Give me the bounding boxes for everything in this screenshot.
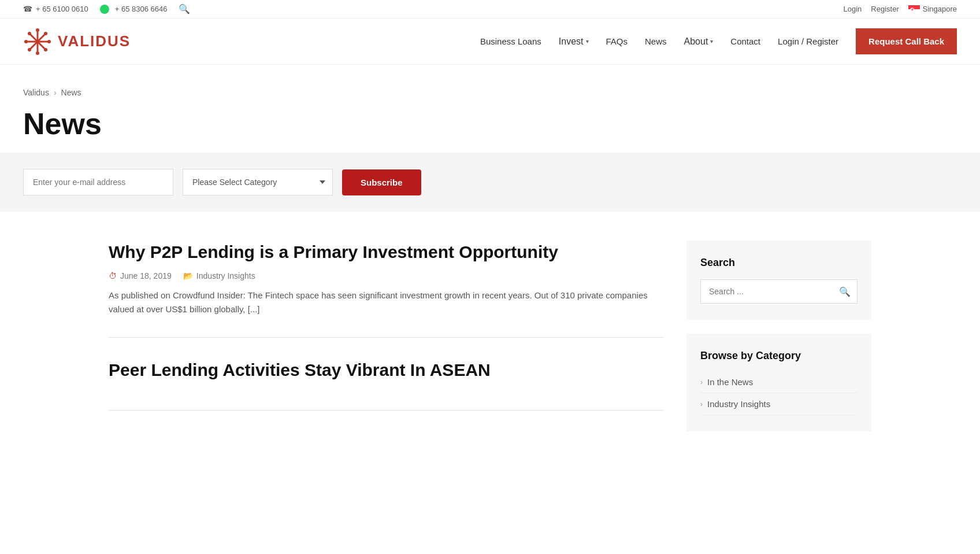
folder-icon: 📂 <box>183 271 193 280</box>
request-callback-button[interactable]: Request Call Back <box>856 28 957 54</box>
sidebar-category-section: Browse by Category › In the News › Indus… <box>686 334 871 431</box>
nav-invest[interactable]: Invest ▾ <box>559 36 589 47</box>
subscribe-bar: Please Select Category In the News Indus… <box>0 153 980 212</box>
articles-column: Why P2P Lending is a Primary Investment … <box>109 241 663 445</box>
country-selector[interactable]: ★ ★ ★ ★ ★ Singapore <box>908 5 957 13</box>
navbar: VALIDUS Business Loans Invest ▾ FAQs New… <box>0 19 980 65</box>
phone2-contact[interactable]: + 65 8306 6646 <box>100 5 168 14</box>
nav-faqs[interactable]: FAQs <box>606 36 628 46</box>
top-bar: ☎ + 65 6100 0610 + 65 8306 6646 🔍 Login … <box>0 0 980 19</box>
nav-login-register[interactable]: Login / Register <box>778 36 838 46</box>
article-title[interactable]: Why P2P Lending is a Primary Investment … <box>109 241 663 263</box>
category-item-industry-insights[interactable]: › Industry Insights <box>700 393 858 415</box>
browse-category-title: Browse by Category <box>700 350 858 362</box>
subscribe-button[interactable]: Subscribe <box>342 169 421 195</box>
phone2-number: + 65 8306 6646 <box>115 5 168 13</box>
svg-point-15 <box>24 40 28 43</box>
article-excerpt: As published on Crowdfund Insider: The F… <box>109 289 663 316</box>
svg-point-17 <box>28 32 31 35</box>
phone1-number: + 65 6100 0610 <box>36 5 88 13</box>
article-category[interactable]: 📂 Industry Insights <box>183 271 255 280</box>
search-icon: 🔍 <box>839 286 851 297</box>
nav-business-loans[interactable]: Business Loans <box>480 36 541 46</box>
logo-text: VALIDUS <box>58 32 131 50</box>
article-item: Why P2P Lending is a Primary Investment … <box>109 241 663 338</box>
svg-point-14 <box>36 51 39 55</box>
svg-point-19 <box>44 32 47 35</box>
subscribe-category-select[interactable]: Please Select Category In the News Indus… <box>183 169 333 195</box>
register-link[interactable]: Register <box>871 5 899 13</box>
nav-contact[interactable]: Contact <box>730 36 760 46</box>
nav-about[interactable]: About ▾ <box>684 36 714 47</box>
logo-icon <box>23 27 52 56</box>
phone1-contact[interactable]: ☎ + 65 6100 0610 <box>23 5 88 13</box>
breadcrumb: Validus › News <box>23 88 957 97</box>
svg-point-13 <box>36 28 39 32</box>
breadcrumb-home[interactable]: Validus <box>23 88 49 97</box>
clock-icon: ⏱ <box>109 271 117 280</box>
invest-chevron-icon: ▾ <box>586 38 589 45</box>
search-icon-top[interactable]: 🔍 <box>179 3 190 14</box>
logo[interactable]: VALIDUS <box>23 27 131 56</box>
country-name: Singapore <box>923 5 957 13</box>
svg-text:★: ★ <box>911 7 912 9</box>
article-item: Peer Lending Activities Stay Vibrant In … <box>109 359 663 411</box>
page-title: News <box>23 106 957 141</box>
breadcrumb-current: News <box>61 88 81 97</box>
article-meta: ⏱ June 18, 2019 📂 Industry Insights <box>109 271 663 280</box>
sidebar: Search 🔍 Browse by Category › In the New… <box>686 241 871 445</box>
category-item-in-the-news[interactable]: › In the News <box>700 371 858 393</box>
top-bar-auth: Login Register ★ ★ ★ ★ ★ Singapore <box>843 5 957 13</box>
nav-news[interactable]: News <box>645 36 667 46</box>
breadcrumb-area: Validus › News News <box>0 65 980 153</box>
top-bar-contacts: ☎ + 65 6100 0610 + 65 8306 6646 🔍 <box>23 3 190 14</box>
sidebar-search-button[interactable]: 🔍 <box>832 279 858 304</box>
svg-point-20 <box>28 48 31 51</box>
singapore-flag: ★ ★ ★ ★ ★ <box>908 5 920 13</box>
whatsapp-icon <box>100 5 109 14</box>
about-chevron-icon: ▾ <box>710 38 713 45</box>
breadcrumb-separator: › <box>54 88 57 97</box>
svg-point-18 <box>44 48 47 51</box>
chevron-icon: › <box>700 400 703 408</box>
subscribe-category-wrapper: Please Select Category In the News Indus… <box>183 169 333 195</box>
svg-rect-1 <box>908 9 920 13</box>
nav-links: Business Loans Invest ▾ FAQs News About … <box>480 28 957 54</box>
sidebar-search-title: Search <box>700 257 858 269</box>
search-input-wrapper: 🔍 <box>700 279 858 304</box>
login-link[interactable]: Login <box>843 5 862 13</box>
subscribe-email-input[interactable] <box>23 169 173 195</box>
article-date: ⏱ June 18, 2019 <box>109 271 172 280</box>
svg-point-16 <box>47 40 51 43</box>
article-title[interactable]: Peer Lending Activities Stay Vibrant In … <box>109 359 663 381</box>
sidebar-search-section: Search 🔍 <box>686 241 871 320</box>
chevron-icon: › <box>700 378 703 386</box>
phone-icon: ☎ <box>23 5 32 13</box>
main-content: Why P2P Lending is a Primary Investment … <box>86 212 894 474</box>
